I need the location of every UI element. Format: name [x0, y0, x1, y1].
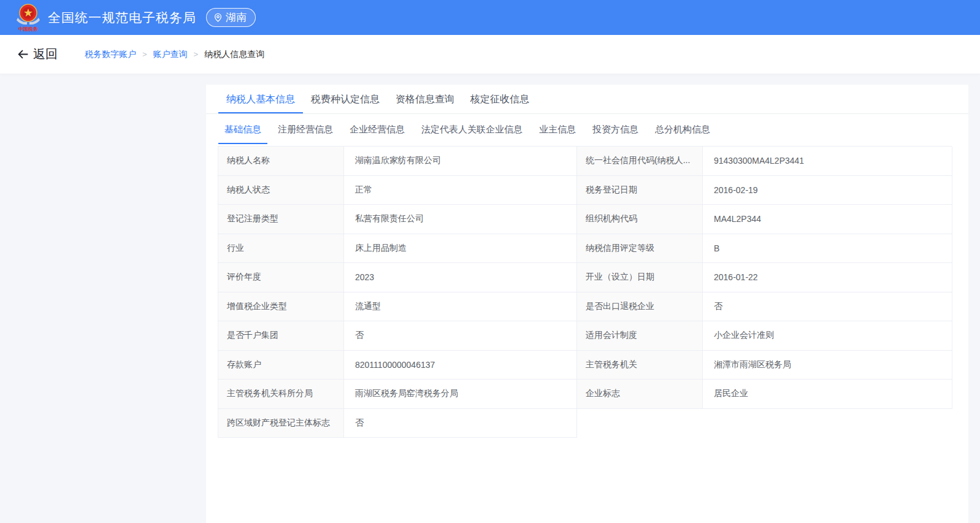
table-cell-label: 统一社会信用代码(纳税人... [577, 147, 703, 176]
sub-tabs: 基础信息注册经营信息企业经营信息法定代表人关联企业信息业主信息投资方信息总分机构… [206, 115, 968, 144]
back-arrow-icon [17, 48, 29, 61]
table-cell-value: 湘潭市雨湖区税务局 [703, 351, 952, 380]
table-cell-value: 私营有限责任公司 [344, 205, 577, 234]
sub-tab[interactable]: 注册经营信息 [272, 115, 339, 144]
table-cell-value: 小企业会计准则 [703, 321, 952, 351]
main-tab[interactable]: 资格信息查询 [388, 85, 462, 113]
table-cell-value: 否 [344, 409, 577, 438]
sub-tab[interactable]: 业主信息 [533, 115, 582, 144]
table-cell-label: 存款账户 [218, 351, 344, 380]
table-cell-label: 登记注册类型 [218, 205, 344, 234]
table-cell-label: 增值税企业类型 [218, 292, 344, 322]
breadcrumb-separator-icon: > [142, 50, 147, 59]
table-cell-value: 否 [344, 321, 577, 351]
breadcrumb-item: 纳税人信息查询 [204, 49, 264, 60]
sub-tab[interactable]: 企业经营信息 [343, 115, 411, 144]
sub-tab[interactable]: 法定代表人关联企业信息 [415, 115, 529, 144]
table-cell-label: 开业（设立）日期 [577, 263, 703, 292]
sub-tab[interactable]: 投资方信息 [586, 115, 645, 144]
table-cell-value: 否 [703, 292, 952, 322]
svg-text:中国税务: 中国税务 [18, 26, 38, 32]
table-cell-value: 82011100000046137 [344, 351, 577, 380]
table-cell-value: 居民企业 [703, 380, 952, 409]
table-cell-label: 是否出口退税企业 [577, 292, 703, 322]
region-label: 湖南 [226, 10, 247, 25]
breadcrumb-item[interactable]: 账户查询 [153, 49, 188, 60]
table-cell-label: 主管税务机关科所分局 [218, 380, 344, 409]
breadcrumb-item[interactable]: 税务数字账户 [85, 49, 136, 60]
back-label: 返回 [33, 46, 58, 63]
table-cell-label: 税务登记日期 [577, 176, 703, 205]
table-cell-value: 91430300MA4L2P3441 [703, 147, 952, 176]
table-cell-value: 2016-02-19 [703, 176, 952, 205]
main-tab[interactable]: 核定征收信息 [462, 85, 537, 113]
table-cell-label: 主管税务机关 [577, 351, 703, 380]
app-title: 全国统一规范电子税务局 [48, 9, 196, 26]
table-cell-label: 评价年度 [218, 263, 344, 292]
table-cell-label: 行业 [218, 234, 344, 264]
table-cell-value: 流通型 [344, 292, 577, 322]
table-cell-value: MA4L2P344 [703, 205, 952, 234]
info-table: 纳税人名称湖南温欣家纺有限公司统一社会信用代码(纳税人...91430300MA… [218, 146, 952, 438]
table-cell-label: 纳税信用评定等级 [577, 234, 703, 264]
table-cell-label: 组织机构代码 [577, 205, 703, 234]
table-cell-label: 企业标志 [577, 380, 703, 409]
table-cell-value: 雨湖区税务局窑湾税务分局 [344, 380, 577, 409]
table-cell-value: 2016-01-22 [703, 263, 952, 292]
app-header: 中国税务 全国统一规范电子税务局 湖南 [0, 0, 980, 35]
table-cell-value: B [703, 234, 952, 264]
tax-bureau-logo-icon: 中国税务 [16, 3, 40, 32]
table-cell-label: 是否千户集团 [218, 321, 344, 351]
sub-tab[interactable]: 基础信息 [218, 115, 267, 144]
back-button[interactable]: 返回 [17, 46, 58, 63]
table-cell-value: 2023 [344, 263, 577, 292]
table-cell-value: 正常 [344, 176, 577, 205]
main-tab[interactable]: 纳税人基本信息 [218, 85, 303, 113]
table-cell-value: 床上用品制造 [344, 234, 577, 264]
table-cell-label [577, 409, 703, 438]
sub-tab[interactable]: 总分机构信息 [649, 115, 716, 144]
main-tab[interactable]: 税费种认定信息 [303, 85, 388, 113]
location-pin-icon [213, 13, 223, 22]
table-cell-value [703, 409, 952, 438]
breadcrumb-separator-icon: > [194, 50, 199, 59]
breadcrumb-bar: 返回 税务数字账户>账户查询>纳税人信息查询 [0, 35, 980, 74]
breadcrumb: 税务数字账户>账户查询>纳税人信息查询 [85, 49, 264, 60]
region-selector[interactable]: 湖南 [206, 8, 256, 27]
table-cell-label: 纳税人名称 [218, 147, 344, 176]
table-cell-label: 适用会计制度 [577, 321, 703, 351]
table-cell-label: 纳税人状态 [218, 176, 344, 205]
table-cell-value: 湖南温欣家纺有限公司 [344, 147, 577, 176]
table-cell-label: 跨区域财产税登记主体标志 [218, 409, 344, 438]
main-tabs: 纳税人基本信息税费种认定信息资格信息查询核定征收信息 [206, 85, 968, 114]
content-panel: 纳税人基本信息税费种认定信息资格信息查询核定征收信息 基础信息注册经营信息企业经… [206, 85, 968, 523]
